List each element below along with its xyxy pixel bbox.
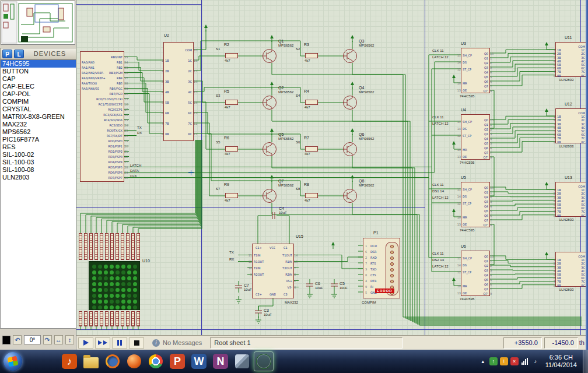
powerpoint-icon[interactable]: P [167,351,187,371]
device-list-item[interactable]: ULN2803 [1,174,76,181]
hidden-icons-arrow[interactable]: ▴ [479,357,487,365]
chip-74hc595[interactable]: SH_CPDSST_CPMROE1114121013Q0Q1Q2Q3Q4Q5Q6… [461,182,490,227]
simulate-stop-button[interactable] [129,337,144,349]
show-desktop-button[interactable] [583,350,588,373]
device-list-item[interactable]: MAX232 [1,121,76,128]
chrome-icon[interactable] [146,351,166,371]
simulate-step-button[interactable] [95,337,110,349]
sil-connector[interactable] [116,311,119,326]
device-list-item[interactable]: SIL-100-08 [1,166,76,174]
device-list-item[interactable]: COMPIM [1,98,76,105]
resistor-R2[interactable] [225,53,238,58]
device-list[interactable]: 74HC595BUTTONCAPCAP-ELECCAP-POLCOMPIMCRY… [0,59,76,329]
sil-connector[interactable] [89,311,93,326]
transistor-Q4[interactable] [343,96,357,110]
resistor-R5[interactable] [225,100,238,105]
word-icon[interactable]: W [189,351,209,371]
sil-connector[interactable] [79,233,82,260]
chip-pic16f877a[interactable]: RB0/INTRB1RB2RB3/PGMRB4RB5RB6/PGCRB7/PGD… [80,51,124,182]
simulate-play-button[interactable] [78,337,93,349]
transistor-Q8[interactable] [343,189,357,203]
connector-compim[interactable]: 1DCD6DSR2RXD7RTS3TXD8CTS4DTR9RI5GNDERROR [363,238,400,298]
overview-pane[interactable] [1,1,75,45]
sil-connector[interactable] [94,233,98,260]
taskbar-clock[interactable]: 6:36 CH 11/04/2014 [545,354,577,369]
mirror-vertical-button[interactable]: ↕ [65,335,74,344]
sil-connector[interactable] [110,311,114,326]
transistor-Q6[interactable] [343,142,357,156]
start-button[interactable] [4,352,22,371]
sil-connector[interactable] [94,311,98,326]
sil-connector[interactable] [105,311,108,326]
network-icon[interactable] [521,357,529,365]
schematic-canvas[interactable]: RB0/INTRB1RB2RB3/PGMRB4RB5RB6/PGCRB7/PGD… [76,0,586,335]
volume-icon[interactable]: ♪ [531,357,540,365]
sil-connector[interactable] [79,311,82,326]
device-list-item[interactable]: MATRIX-8X8-GREEN [1,113,76,121]
transistor-Q3[interactable] [343,49,357,63]
resistor-R7[interactable] [305,146,318,152]
resistor-R6[interactable] [225,146,238,152]
sil-connector[interactable] [121,311,124,326]
sil-connector[interactable] [121,233,124,260]
rotate-ccw-button[interactable]: ↶ [13,335,22,344]
device-list-item[interactable]: BUTTON [1,68,76,75]
sil-connector[interactable] [100,233,103,260]
device-list-item[interactable]: MPS6562 [1,128,76,136]
alert-tray-icon[interactable]: ! [500,357,508,365]
sil-connector[interactable] [116,233,119,260]
sil-connector[interactable] [126,233,130,260]
pick-devices-button[interactable]: P [2,50,12,58]
sil-connector[interactable] [126,311,130,326]
rotate-cw-button[interactable]: ↷ [43,335,52,344]
onenote-icon[interactable]: N [211,351,230,371]
media-player-icon[interactable]: ♪ [60,351,79,371]
chip-74hc595[interactable]: SH_CPDSST_CPMROE1114121013Q0Q1Q2Q3Q4Q5Q6… [461,114,490,160]
sil-connector[interactable] [100,311,103,326]
device-list-item[interactable]: RES [1,143,76,151]
resistor-R9[interactable] [225,193,238,198]
device-list-item[interactable]: CAP-POL [1,90,76,98]
rotation-angle-field[interactable]: 0° [24,335,40,344]
simulate-pause-button[interactable] [112,337,127,349]
transistor-Q7[interactable] [262,189,276,203]
chip-uln2803[interactable]: COM1C2C3C4C5C6C7C8C1018171615141312111B2… [555,108,586,143]
mirror-horizontal-button[interactable]: ↔ [54,335,63,344]
chip-uln2803[interactable]: COM1C2C3C4C5C6C7C8C1018171615141312111B2… [163,42,194,141]
sil-connector[interactable] [89,233,93,260]
transistor-Q5[interactable] [262,142,276,156]
device-list-item[interactable]: SIL-100-02 [1,151,76,159]
sil-connector[interactable] [84,233,88,260]
library-button[interactable]: L [14,50,24,58]
green-tray-icon[interactable]: ↑ [489,357,498,365]
resistor-R3[interactable] [305,53,318,58]
device-list-item[interactable]: CRYSTAL [1,105,76,113]
orange-app-icon[interactable] [124,351,144,371]
device-list-item[interactable]: CAP [1,75,76,83]
resistor-R8[interactable] [305,193,318,198]
firefox-icon[interactable] [103,351,123,371]
device-list-item[interactable]: PIC16F877A [1,136,76,143]
device-list-item[interactable]: CAP-ELEC [1,83,76,90]
explorer-folder-icon[interactable] [81,351,101,371]
device-list-item[interactable]: SIL-100-03 [1,159,76,166]
chip-uln2803[interactable]: COM1C2C3C4C5C6C7C8C1018171615141312111B2… [555,182,586,217]
sil-connector[interactable] [84,311,88,326]
sil-connector[interactable] [136,233,140,260]
sil-connector[interactable] [105,233,108,260]
chip-74hc595[interactable]: SH_CPDSST_CPMROE1114121013Q0Q1Q2Q3Q4Q5Q6… [461,48,490,93]
red-tray-icon[interactable]: × [510,357,519,365]
utility-icon[interactable] [232,351,252,371]
chip-74hc595[interactable]: SH_CPDSST_CPMROE1114121013Q0Q1Q2Q3Q4Q5Q6… [461,251,490,296]
chip-max232[interactable]: C1+VCCC1-C2+GNDC2-T1INR1OUTT2INR2OUT1112… [252,244,294,298]
proteus-icon[interactable] [254,351,274,371]
chip-uln2803[interactable]: COM1C2C3C4C5C6C7C8C1018171615141312111B2… [555,252,586,287]
transistor-Q2[interactable] [262,96,276,110]
sil-connector[interactable] [136,311,140,326]
device-list-item[interactable]: 74HC595 [1,60,76,68]
chip-uln2803[interactable]: COM1C2C3C4C5C6C7C8C1018171615141312111B2… [555,42,586,77]
sil-connector[interactable] [110,233,114,260]
led-matrix-u10[interactable] [89,261,140,310]
sil-connector[interactable] [131,311,135,326]
transistor-Q1[interactable] [262,49,276,63]
